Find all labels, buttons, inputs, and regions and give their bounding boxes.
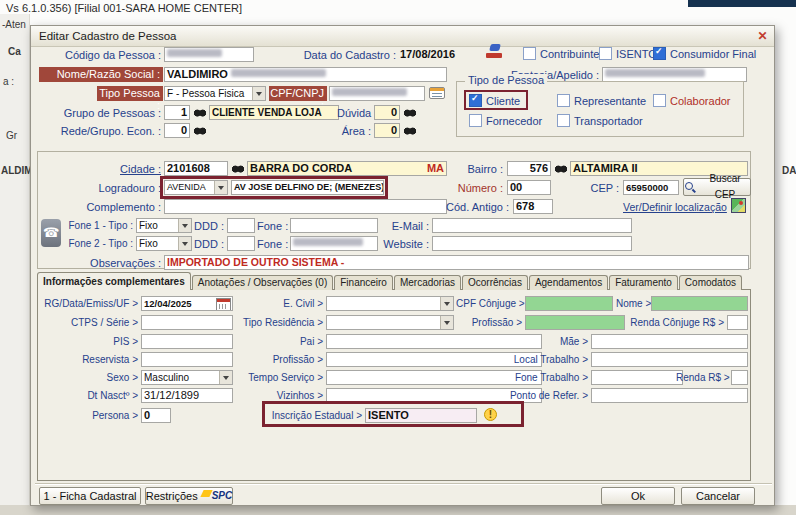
tab-financeiro[interactable]: Financeiro (334, 275, 393, 290)
ficha-cadastral-button[interactable]: 1 - Ficha Cadastral (39, 487, 141, 505)
lookup-binoculars-icon[interactable] (193, 125, 207, 136)
buscar-cep-button[interactable]: Buscar CEP (683, 178, 751, 196)
bairro-code-field[interactable]: 576 (507, 161, 551, 176)
cliente-checkbox[interactable]: Cliente (469, 94, 520, 107)
transportador-checkbox[interactable]: Transportador (557, 114, 643, 127)
codigo-pessoa-field[interactable] (164, 47, 254, 62)
tab-faturamento[interactable]: Faturamento (609, 275, 678, 290)
lookup-binoculars-icon[interactable] (554, 163, 568, 174)
cancel-button[interactable]: Cancelar (681, 487, 755, 505)
numero-field[interactable]: 00 (507, 180, 551, 195)
mae-field[interactable] (591, 334, 748, 349)
map-icon[interactable] (731, 198, 746, 213)
ponto-refer-field[interactable] (591, 388, 748, 403)
cod-antigo-field[interactable]: 678 (513, 199, 553, 214)
tab-agendamentos[interactable]: Agendamentos (529, 275, 608, 290)
calendar-icon[interactable] (216, 298, 231, 311)
complementary-info-panel: RG/Data/Emiss/UF > 12/04/2025 E. Civil >… (37, 289, 751, 481)
restricoes-button[interactable]: RestriçõesSPC (145, 487, 233, 505)
tab-comodatos[interactable]: Comodatos (679, 275, 742, 290)
fantasia-field[interactable] (602, 67, 747, 82)
observacoes-field[interactable]: IMPORTADO DE OUTRO SISTEMA - (164, 255, 749, 270)
lookup-binoculars-icon[interactable] (403, 107, 417, 118)
background-bottom-strip (0, 505, 796, 515)
fone2-field[interactable] (290, 236, 378, 251)
lookup-binoculars-icon[interactable] (193, 107, 207, 118)
screen: Vs 6.1.0.356) [Filial 001-SARA HOME CENT… (0, 0, 796, 515)
local-trabalho-field[interactable] (591, 352, 748, 367)
stamp-icon[interactable] (486, 44, 503, 59)
tab-ocorrencias[interactable]: Ocorrências (462, 275, 528, 290)
tipo-residencia-select[interactable] (326, 315, 454, 330)
background-left-panel (0, 14, 30, 506)
fone1-tipo-select[interactable]: Fixo (136, 218, 192, 233)
dialog-titlebar[interactable]: Editar Cadastro de Pessoa ✕ (31, 26, 774, 47)
colaborador-checkbox[interactable]: Colaborador (653, 94, 731, 107)
lookup-binoculars-icon[interactable] (403, 125, 417, 136)
rede-grupo-field[interactable]: 0 (164, 123, 190, 138)
persona-field[interactable]: 0 (141, 408, 171, 423)
logradouro-field[interactable]: AV JOSE DELFINO DE; (MENEZES) (231, 180, 384, 195)
tab-mercadorias[interactable]: Mercadorias (394, 275, 461, 290)
pis-field[interactable] (141, 334, 233, 349)
isento-checkbox[interactable]: ISENTO (599, 47, 657, 60)
ddd1-field[interactable] (227, 218, 255, 233)
cidade-code-field[interactable]: 2101608 (164, 161, 228, 176)
pai-field[interactable] (326, 334, 542, 349)
nome-conjuge-label: Nome > (616, 298, 648, 309)
ok-button[interactable]: Ok (601, 487, 675, 505)
contribuinte-checkbox[interactable]: Contribuinte (523, 47, 599, 60)
inscricao-estadual-field[interactable]: ISENTO (365, 408, 477, 423)
warning-icon: ! (484, 408, 497, 421)
website-field[interactable] (432, 236, 632, 251)
phone-icon: ☎ (41, 219, 61, 247)
tab-informacoes-complementares[interactable]: Informações complementares (37, 272, 191, 290)
close-icon[interactable]: ✕ (755, 29, 770, 44)
renda-conjuge-label: Renda Cônjuge R$ > (628, 317, 724, 328)
consumidor-final-checkbox[interactable]: Consumidor Final (653, 47, 756, 60)
logradouro-tipo-select[interactable]: AVENIDA (164, 180, 228, 195)
cpf-conjuge-field[interactable] (525, 296, 613, 311)
fone-trabalho-field[interactable] (591, 370, 683, 385)
dt-nasc-field[interactable]: 31/12/1899 (141, 388, 233, 403)
tab-bar: Informações complementares Anotações / O… (37, 272, 753, 290)
duvida-field[interactable]: 0 (374, 105, 400, 120)
fone1-field[interactable] (290, 218, 378, 233)
lookup-binoculars-icon[interactable] (231, 163, 245, 174)
card-icon[interactable] (429, 87, 445, 99)
fornecedor-checkbox[interactable]: Fornecedor (469, 114, 542, 127)
email-field[interactable] (432, 218, 632, 233)
tipo-de-pessoa-group: Tipo de Pessoa Cliente Representante Col… (456, 81, 744, 137)
renda-field[interactable] (731, 370, 748, 385)
fone2-tipo-select[interactable]: Fixo (136, 236, 192, 251)
cep-field[interactable]: 65950000 (623, 180, 679, 195)
ctps-field[interactable] (141, 315, 233, 330)
redacted-value (293, 238, 363, 246)
nome-razao-field[interactable]: VALDIMIRO (164, 67, 447, 82)
reservista-field[interactable] (141, 352, 233, 367)
ddd1-label: DDD : (194, 220, 224, 232)
ddd2-field[interactable] (227, 236, 255, 251)
logradouro-label: Logradouro : (39, 182, 161, 194)
renda-conjuge-field[interactable] (727, 315, 748, 330)
tab-anotacoes[interactable]: Anotações / Observações (0) (192, 275, 334, 290)
complemento-field[interactable] (164, 199, 447, 214)
area-field[interactable]: 0 (374, 123, 400, 138)
ddd2-label: DDD : (194, 238, 224, 250)
sexo-select[interactable]: Masculino (141, 370, 233, 385)
background-fragment: Ca (8, 46, 21, 57)
sexo-label: Sexo > (40, 372, 138, 383)
tipo-pessoa-select[interactable]: F - Pessoa Fisica (164, 86, 266, 101)
profissao-field[interactable] (525, 315, 625, 330)
grupo-pessoas-field[interactable]: 1 (164, 105, 190, 120)
ver-localizacao-link[interactable]: Ver/Definir localização (623, 201, 727, 213)
cidade-label[interactable]: Cidade : (39, 163, 161, 175)
rg-field[interactable]: 12/04/2025 (141, 296, 233, 311)
ctps-label: CTPS / Série > (40, 317, 138, 328)
representante-checkbox[interactable]: Representante (557, 94, 646, 107)
nome-conjuge-field[interactable] (651, 296, 748, 311)
ponto-refer-label: Ponto de Refer. > (498, 390, 588, 401)
reservista-label: Reservista > (40, 354, 138, 365)
cpf-cnpj-field[interactable] (329, 86, 425, 101)
estado-civil-select[interactable] (326, 296, 454, 311)
